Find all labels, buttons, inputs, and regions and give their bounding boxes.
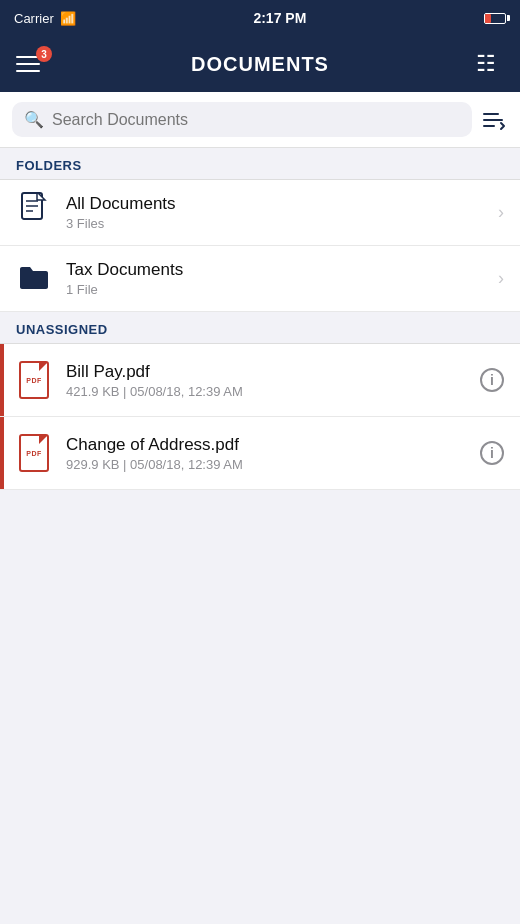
unassigned-section-header: UNASSIGNED (0, 312, 520, 344)
status-bar: Carrier 📶 2:17 PM (0, 0, 520, 36)
folders-section-header: FOLDERS (0, 148, 520, 180)
pdf-item-bill-pay[interactable]: Bill Pay.pdf 421.9 KB | 05/08/18, 12:39 … (0, 344, 520, 417)
wifi-icon: 📶 (60, 11, 76, 26)
page-title: DOCUMENTS (52, 53, 468, 76)
folder-item-all-documents[interactable]: All Documents 3 Files › (0, 180, 520, 246)
sort-button[interactable] (480, 106, 508, 134)
search-input[interactable] (52, 111, 460, 129)
chevron-right-icon: › (498, 268, 504, 289)
folder-all-docs-name: All Documents (66, 194, 498, 214)
pdf-bill-pay-details: 421.9 KB | 05/08/18, 12:39 AM (66, 384, 480, 399)
pdf-file-icon (19, 434, 49, 472)
menu-badge: 3 (36, 46, 52, 62)
pdf-change-address-details: 929.9 KB | 05/08/18, 12:39 AM (66, 457, 480, 472)
carrier-label: Carrier (14, 11, 54, 26)
document-icon (20, 192, 48, 233)
battery-icon (484, 13, 506, 24)
filter-button[interactable]: ☷ (468, 46, 504, 82)
info-button-change-address[interactable]: i (480, 441, 504, 465)
folder-icon (19, 264, 49, 294)
info-button-bill-pay[interactable]: i (480, 368, 504, 392)
folder-tax-docs-name: Tax Documents (66, 260, 498, 280)
folder-all-docs-count: 3 Files (66, 216, 498, 231)
menu-button[interactable]: 3 (16, 46, 52, 82)
pdf-file-icon (19, 361, 49, 399)
filter-icon: ☷ (476, 51, 496, 77)
search-bar-container: 🔍 (0, 92, 520, 148)
folder-item-tax-documents[interactable]: Tax Documents 1 File › (0, 246, 520, 312)
app-header: 3 DOCUMENTS ☷ (0, 36, 520, 92)
pdf-bill-pay-name: Bill Pay.pdf (66, 362, 480, 382)
folder-tax-docs-count: 1 File (66, 282, 498, 297)
empty-space (0, 490, 520, 790)
chevron-right-icon: › (498, 202, 504, 223)
search-icon: 🔍 (24, 110, 44, 129)
status-time: 2:17 PM (253, 10, 306, 26)
pdf-change-address-name: Change of Address.pdf (66, 435, 480, 455)
pdf-item-change-of-address[interactable]: Change of Address.pdf 929.9 KB | 05/08/1… (0, 417, 520, 490)
